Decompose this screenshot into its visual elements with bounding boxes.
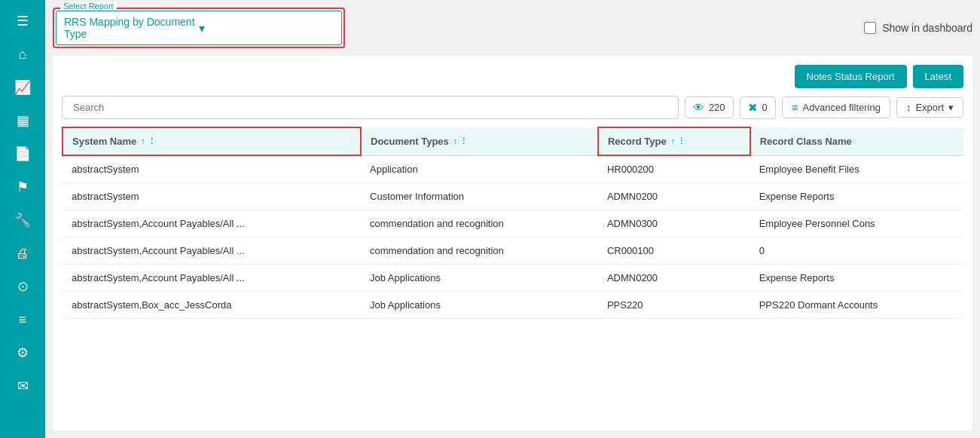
cell-document_types: Customer Information	[361, 183, 598, 210]
col-record-class-name: Record Class Name	[750, 127, 963, 155]
cell-system_name: abstractSystem,Account Payables/All ...	[63, 265, 361, 292]
col-record-type: Record Type ↑ ⋮	[598, 127, 750, 155]
document-icon[interactable]: 📄	[9, 140, 36, 167]
select-report-wrapper: Select Report RRS Mapping by Document Ty…	[53, 8, 345, 48]
col-system-name: System Name ↑ ⋮	[63, 127, 361, 155]
list-icon[interactable]: ≡	[9, 306, 36, 333]
cell-document_types: Job Applications	[361, 265, 598, 292]
top-bar: Select Report RRS Mapping by Document Ty…	[53, 8, 972, 48]
cell-record_class_name: Employee Personnel Cons	[750, 210, 963, 237]
export-dropdown-icon: ▾	[948, 102, 954, 113]
home-icon[interactable]: ⌂	[9, 41, 36, 68]
printer-icon[interactable]: 🖨	[9, 240, 36, 267]
settings-icon[interactable]: ⚙	[9, 339, 36, 366]
show-dashboard-checkbox[interactable]	[864, 22, 876, 34]
export-icon: ↕	[906, 102, 911, 113]
cell-record_type: CR000100	[598, 237, 750, 265]
cell-record_class_name: Expense Reports	[750, 183, 963, 210]
advanced-filtering-button[interactable]: ≡ Advanced filtering	[782, 96, 890, 118]
cell-record_type: ADMN0200	[598, 265, 750, 292]
tool-icon[interactable]: 🔧	[9, 207, 36, 234]
show-dashboard: Show in dashboard	[864, 22, 972, 34]
select-report-dropdown[interactable]: RRS Mapping by Document Type ▾	[56, 11, 342, 45]
menu-icon[interactable]: ☰	[9, 8, 36, 35]
close-filter-icon: ✖	[748, 101, 758, 115]
cell-document_types: Job Applications	[361, 292, 598, 319]
show-dashboard-label: Show in dashboard	[882, 22, 972, 34]
filter-value: 0	[762, 102, 768, 113]
dropdown-arrow-icon: ▾	[199, 21, 334, 35]
cell-system_name: abstractSystem	[63, 155, 361, 183]
search-input[interactable]	[62, 96, 679, 119]
sort-document-types-icon[interactable]: ↑ ⋮	[453, 136, 469, 146]
sort-system-name-icon[interactable]: ↑ ⋮	[141, 136, 156, 146]
cell-record_class_name: Employee Benefit Files	[750, 155, 963, 183]
flag-icon[interactable]: ⚑	[9, 173, 36, 201]
cell-system_name: abstractSystem,Account Payables/All ...	[63, 210, 361, 237]
cell-document_types: commendation and recognition	[361, 210, 598, 237]
panel-top-actions: Notes Status Report Latest	[62, 65, 963, 88]
help-icon[interactable]: ⊙	[9, 273, 36, 300]
cell-system_name: abstractSystem	[63, 183, 361, 210]
cell-record_class_name: Expense Reports	[750, 265, 963, 292]
eye-icon: 👁	[693, 101, 704, 114]
advanced-filtering-label: Advanced filtering	[803, 102, 881, 113]
mail-icon[interactable]: ✉	[9, 372, 36, 400]
table-row: abstractSystemApplicationHR000200Employe…	[63, 155, 963, 183]
cell-record_class_name: 0	[750, 237, 963, 265]
table-row: abstractSystemCustomer InformationADMN02…	[63, 183, 963, 210]
panel: Notes Status Report Latest 👁 220 ✖ 0 ≡ A…	[53, 56, 972, 430]
col-document-types: Document Types ↑ ⋮	[361, 127, 598, 155]
select-report-label: Select Report	[60, 2, 117, 11]
grid-icon[interactable]: ▦	[9, 107, 36, 134]
cell-record_type: ADMN0200	[598, 183, 750, 210]
table-row: abstractSystem,Account Payables/All ...c…	[63, 210, 963, 237]
cell-system_name: abstractSystem,Account Payables/All ...	[63, 237, 361, 265]
toolbar: 👁 220 ✖ 0 ≡ Advanced filtering ↕ Export …	[62, 96, 963, 119]
filter-icon: ≡	[792, 101, 798, 114]
latest-button[interactable]: Latest	[913, 65, 963, 88]
select-report-value: RRS Mapping by Document Type	[64, 16, 199, 40]
count-value: 220	[709, 102, 725, 113]
main-content: Select Report RRS Mapping by Document Ty…	[45, 0, 980, 438]
sort-record-type-icon[interactable]: ↑ ⋮	[671, 136, 686, 146]
cell-system_name: abstractSystem,Box_acc_JessCorda	[63, 292, 361, 319]
col-record-type-label: Record Type	[608, 136, 667, 147]
cell-document_types: Application	[361, 155, 598, 183]
export-button[interactable]: ↕ Export ▾	[896, 97, 963, 118]
col-system-name-label: System Name	[72, 136, 136, 147]
sidebar: ☰ ⌂ 📈 ▦ 📄 ⚑ 🔧 🖨 ⊙ ≡ ⚙ ✉	[0, 0, 45, 438]
cell-document_types: commendation and recognition	[361, 237, 598, 265]
notes-status-report-button[interactable]: Notes Status Report	[795, 65, 907, 88]
col-document-types-label: Document Types	[371, 136, 449, 147]
cell-record_type: ADMN0300	[598, 210, 750, 237]
filter-badge: ✖ 0	[740, 96, 776, 119]
count-badge: 👁 220	[685, 96, 734, 118]
cell-record_class_name: PPS220 Dormant Accounts	[750, 292, 963, 319]
table-row: abstractSystem,Account Payables/All ...c…	[63, 237, 963, 265]
table-row: abstractSystem,Box_acc_JessCordaJob Appl…	[63, 292, 963, 319]
cell-record_type: PPS220	[598, 292, 750, 319]
table-wrapper: System Name ↑ ⋮ Document Types ↑ ⋮	[62, 127, 963, 421]
export-label: Export	[915, 102, 944, 113]
table-row: abstractSystem,Account Payables/All ...J…	[63, 265, 963, 292]
col-record-class-name-label: Record Class Name	[760, 136, 852, 147]
data-table: System Name ↑ ⋮ Document Types ↑ ⋮	[62, 127, 963, 319]
cell-record_type: HR000200	[598, 155, 750, 183]
chart-icon[interactable]: 📈	[9, 74, 36, 101]
